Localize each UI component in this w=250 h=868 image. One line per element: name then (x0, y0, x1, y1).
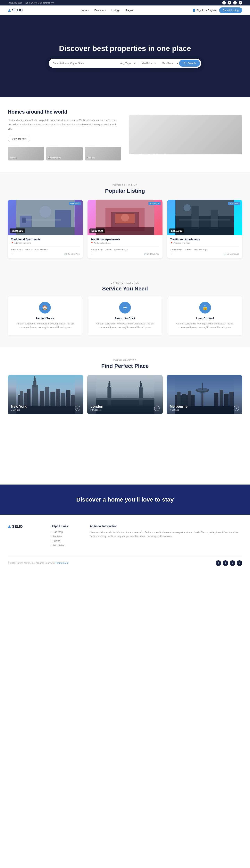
service-title: Search in Click (93, 317, 157, 320)
footer-link-halfmap[interactable]: › Half Map (51, 530, 82, 533)
footer-social-facebook[interactable]: f (216, 560, 221, 566)
svg-point-6 (183, 132, 188, 137)
category-apartments[interactable]: Appartments (46, 147, 83, 160)
footer-social-linkedin[interactable]: in (237, 560, 242, 566)
city-name: London (90, 405, 103, 409)
chevron-down-icon: ▾ (88, 9, 89, 11)
lock-icon: 🔒 (202, 305, 208, 310)
nav-features[interactable]: Features ▾ (92, 8, 108, 13)
top-bar: (847) 240-0895 CF Fairview Mall, Toronto… (0, 0, 250, 5)
city-card-newyork[interactable]: New York 8 Listings › (8, 375, 84, 414)
svg-rect-11 (55, 210, 71, 227)
main-nav: Home ▾ Features ▾ Listing ▾ Pages ▾ (78, 8, 137, 13)
logo[interactable]: SELIO (8, 8, 23, 12)
top-bar-left: (847) 240-0895 CF Fairview Mall, Toronto… (8, 2, 54, 4)
view-for-rent-button[interactable]: View for rent (8, 136, 30, 142)
social-instagram[interactable]: i (233, 1, 237, 4)
property-type-select[interactable]: Any Type House Apartment Garage (118, 62, 136, 65)
service-icon-wrap: ✈ (119, 302, 131, 313)
listing-price: $550,000 (10, 228, 25, 233)
listing-card: FOR RENT $550,000 Traditional Apartments… (167, 200, 242, 258)
nav-listing[interactable]: Listing ▾ (109, 8, 123, 13)
listing-footer: ♡ 🕐 25 Days Ago (91, 252, 159, 255)
listing-image: FOR RENT $550,000 (88, 200, 162, 235)
arrow-icon: › (51, 540, 51, 542)
homes-description: Duis sed odio sit amet nibh vulputate cu… (8, 118, 121, 131)
city-card-melbourne[interactable]: Melbourne 7 Listings › (166, 375, 242, 414)
logo-text: SELIO (12, 8, 23, 12)
listing-image: FOR RENT $550,000 (8, 200, 83, 235)
submit-listing-button[interactable]: Submit Listing (219, 7, 242, 13)
city-name: Melbourne (170, 405, 187, 409)
popular-listing-section: Popular Listing Popular Listing FOR REN (0, 172, 250, 270)
footer-bottom: © 2016 Theme Name, Inc. / Rights Reserve… (8, 556, 242, 566)
listing-body: Traditional Apartments 📍 Address line he… (8, 235, 83, 258)
footer-socials: f t i in (216, 560, 242, 566)
favorite-icon[interactable]: ♡ (170, 252, 173, 255)
svg-rect-2 (178, 129, 193, 141)
social-facebook[interactable]: f (222, 1, 226, 4)
listing-title: Traditional Apartments (91, 238, 159, 241)
footer-social-twitter[interactable]: t (223, 560, 228, 566)
city-info: New York 8 Listings (11, 405, 27, 411)
area: Area 555 Sq.ft (194, 248, 208, 251)
footer-link-addlisting[interactable]: › Add Listing (51, 544, 82, 547)
service-description: Aenean sollicitudin, lorem quis bibendum… (173, 322, 237, 329)
homes-title: Homes around the world (8, 109, 121, 115)
services-label: Explore Features (8, 282, 242, 284)
max-price-select[interactable]: Max Price $500,000 $1,000,000 $2,000,000 (160, 62, 179, 65)
footer-links-title: Helpful Links (51, 525, 82, 528)
search-divider (117, 61, 117, 66)
social-linkedin[interactable]: in (239, 1, 242, 4)
category-garages[interactable]: Garages (85, 147, 121, 160)
homes-section: Homes around the world Duis sed odio sit… (0, 97, 250, 172)
svg-rect-7 (147, 115, 225, 154)
popular-listing-label: Popular Listing (8, 184, 242, 186)
cities-label: Popular Cities (8, 359, 242, 362)
social-twitter[interactable]: t (228, 1, 231, 4)
cities-section: Popular Cities Find Perfect Place (0, 347, 250, 426)
chevron-down-icon: ▾ (105, 9, 106, 11)
services-title: Service You Need (8, 285, 242, 292)
listing-footer: ♡ 🕐 25 Days Ago (170, 252, 239, 255)
logo-icon (8, 525, 11, 528)
services-grid: 🏠 Perfect Tools Aenean sollicitudin, lor… (8, 296, 242, 335)
nav-pages[interactable]: Pages ▾ (123, 8, 137, 13)
search-icon: 🔍 (183, 62, 187, 65)
search-button[interactable]: 🔍 Search (179, 60, 200, 67)
footer-link-pricing[interactable]: › Pricing (51, 539, 82, 542)
favorite-icon[interactable]: ♡ (91, 252, 93, 255)
footer-link-register[interactable]: › Register (51, 535, 82, 538)
footer-info-title: Aditional Information (90, 525, 242, 528)
svg-point-14 (39, 206, 51, 218)
min-price-select[interactable]: Min Price $100,000 $200,000 $500,000 (139, 62, 157, 65)
service-title: User Control (173, 317, 237, 320)
city-count: 8 Listings (11, 409, 27, 411)
search-bar: Any Type House Apartment Garage Min Pric… (49, 59, 201, 68)
listing-image: FOR RENT $550,000 (167, 200, 242, 235)
city-explore-icon[interactable]: › (154, 406, 160, 411)
listing-address: 📍 Address line here (91, 242, 159, 244)
listing-card: FOR RENT $550,000 Traditional Apartments… (8, 200, 83, 258)
listing-address: 📍 Address line here (11, 242, 80, 244)
search-address-input[interactable] (53, 62, 115, 65)
nav-home[interactable]: Home ▾ (78, 8, 91, 13)
copyright-link[interactable]: Themeforest (55, 562, 68, 564)
svg-rect-25 (179, 219, 230, 220)
arrow-icon: › (51, 535, 51, 537)
listing-price: $550,000 (169, 228, 184, 233)
service-icon-wrap: 🏠 (39, 302, 51, 313)
service-card-tools: 🏠 Perfect Tools Aenean sollicitudin, lor… (8, 296, 82, 335)
beds: 2 Beds (105, 248, 112, 251)
favorite-icon[interactable]: ♡ (11, 252, 13, 255)
city-explore-icon[interactable]: › (75, 406, 80, 411)
city-card-london[interactable]: London 32 Listings › (87, 375, 163, 414)
logo-icon (8, 9, 11, 12)
footer-social-instagram[interactable]: i (230, 560, 235, 566)
svg-rect-4 (162, 143, 168, 146)
city-explore-icon[interactable]: › (233, 406, 239, 411)
category-homes[interactable]: Homes (8, 147, 44, 160)
sign-in-link[interactable]: 👤 Sign in or Register (192, 9, 217, 12)
svg-rect-12 (26, 219, 61, 220)
header-right: 👤 Sign in or Register Submit Listing (192, 7, 242, 13)
